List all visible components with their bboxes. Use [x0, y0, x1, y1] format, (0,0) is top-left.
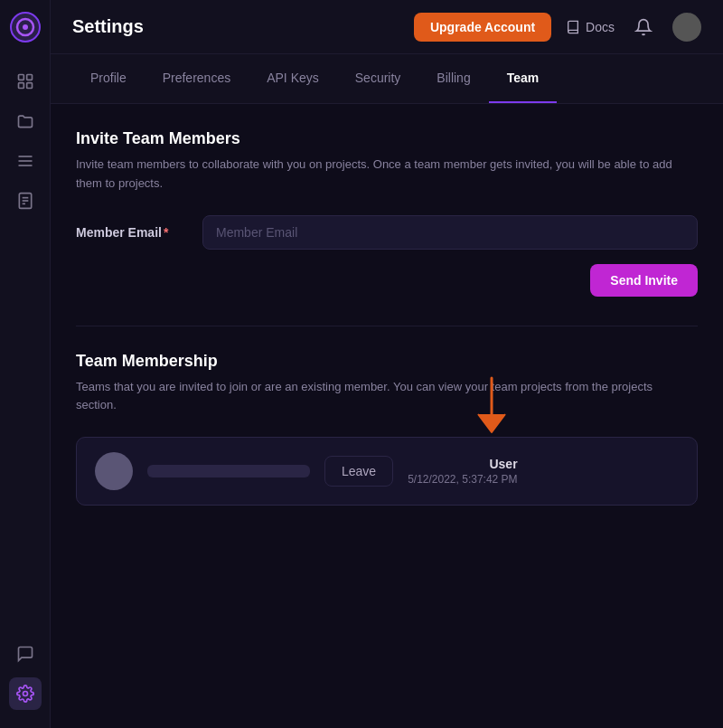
sidebar-item-document[interactable] — [9, 184, 42, 217]
membership-section: Team Membership Teams that you are invit… — [76, 352, 698, 506]
membership-section-desc: Teams that you are invited to join or ar… — [76, 378, 690, 416]
leave-button[interactable]: Leave — [324, 456, 393, 487]
membership-card-wrapper: Leave User 5/12/2022, 5:37:42 PM — [76, 437, 698, 506]
sidebar-item-settings[interactable] — [9, 677, 42, 710]
required-indicator: * — [164, 225, 168, 240]
sidebar-item-folder[interactable] — [9, 105, 42, 137]
svg-rect-5 — [18, 83, 23, 89]
avatar[interactable] — [672, 13, 701, 42]
tab-api-keys[interactable]: API Keys — [249, 54, 337, 103]
send-invite-button[interactable]: Send Invite — [590, 264, 698, 297]
member-role: User — [408, 457, 517, 471]
sidebar-item-list[interactable] — [9, 145, 42, 177]
svg-point-14 — [23, 692, 27, 696]
tab-team[interactable]: Team — [489, 54, 558, 103]
email-form-row: Member Email* — [76, 215, 698, 250]
logo[interactable] — [9, 11, 42, 43]
svg-point-2 — [23, 24, 28, 30]
notifications-button[interactable] — [629, 13, 658, 42]
header: Settings Upgrade Account Docs — [51, 0, 723, 54]
member-date: 5/12/2022, 5:37:42 PM — [408, 473, 517, 486]
member-email-input[interactable] — [202, 215, 698, 250]
docs-button[interactable]: Docs — [566, 20, 615, 34]
email-label: Member Email* — [76, 225, 184, 240]
svg-rect-6 — [26, 83, 32, 89]
settings-content: Invite Team Members Invite team members … — [51, 104, 723, 728]
member-avatar — [95, 452, 133, 490]
invite-section-desc: Invite team members to collaborate with … — [76, 156, 690, 194]
tab-security[interactable]: Security — [337, 54, 419, 103]
upgrade-button[interactable]: Upgrade Account — [414, 13, 551, 42]
main-area: Settings Upgrade Account Docs Profile Pr… — [51, 0, 723, 728]
send-invite-row: Send Invite — [76, 264, 698, 297]
sidebar — [0, 0, 51, 728]
svg-rect-4 — [26, 75, 32, 80]
member-meta: User 5/12/2022, 5:37:42 PM — [408, 457, 517, 486]
invite-section: Invite Team Members Invite team members … — [76, 129, 698, 297]
sidebar-item-grid[interactable] — [9, 65, 42, 98]
settings-tabs: Profile Preferences API Keys Security Bi… — [51, 54, 723, 104]
tab-profile[interactable]: Profile — [72, 54, 145, 103]
section-divider — [76, 326, 698, 326]
invite-section-title: Invite Team Members — [76, 129, 698, 148]
membership-section-title: Team Membership — [76, 352, 698, 371]
member-name-bar — [147, 465, 310, 477]
svg-rect-3 — [18, 75, 23, 80]
tab-preferences[interactable]: Preferences — [145, 54, 249, 103]
book-icon — [566, 20, 580, 34]
page-title: Settings — [72, 16, 414, 37]
header-actions: Upgrade Account Docs — [414, 13, 701, 42]
sidebar-item-chat[interactable] — [9, 638, 42, 670]
membership-card: Leave User 5/12/2022, 5:37:42 PM — [76, 437, 698, 506]
tab-billing[interactable]: Billing — [418, 54, 488, 103]
